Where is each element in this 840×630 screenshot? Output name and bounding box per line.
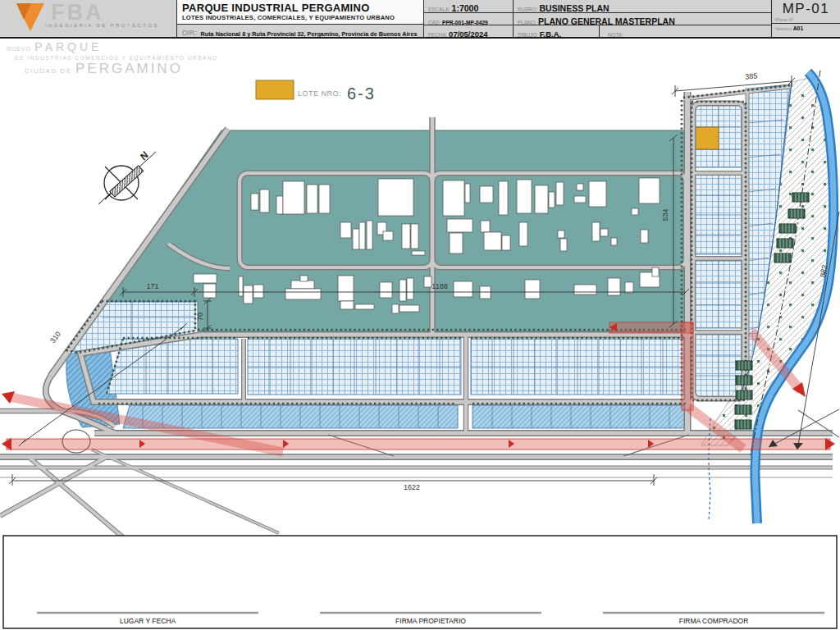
plano-label: PLANO:: [518, 20, 536, 25]
lot-legend: LOTE NRO: 6-3: [256, 80, 376, 103]
dibujo-value: F.B.A.: [540, 30, 561, 39]
rubro-value: BUSINESS PLAN: [540, 3, 609, 13]
version-label: Version: [775, 26, 792, 31]
north-label: N: [138, 149, 152, 162]
escala-value: 1:7000: [452, 3, 479, 13]
meta-fields-cell: ESCALA:1:7000 CAD:PPR-001-MP-0429 FECHA:…: [423, 0, 513, 39]
north-arrow-icon: N: [98, 149, 156, 204]
company-tagline: INGENIERIA DE PROYECTOS: [45, 23, 159, 28]
company-logo-cell: FBA INGENIERIA DE PROYECTOS: [0, 0, 176, 39]
watermark-pergamino: PERGAMINO: [75, 61, 183, 76]
dim-310: 310: [48, 330, 62, 345]
rubro-label: RUBRO:: [518, 7, 538, 12]
watermark: NUEVO PARQUE DE INDUSTRIAS COMERCIOS Y E…: [7, 39, 218, 77]
dim-534: 534: [661, 208, 669, 221]
escala-label: ESCALA:: [428, 7, 450, 12]
project-title: PARQUE INDUSTRIAL PERGAMINO: [177, 0, 423, 14]
sheet-code: MP-01: [772, 0, 840, 17]
watermark-parque: PARQUE: [34, 40, 102, 53]
signature-firma-comprador: FIRMA COMPRADOR: [679, 617, 749, 625]
title-block: FBA INGENIERIA DE PROYECTOS PARQUE INDUS…: [0, 0, 840, 39]
legend-label: LOTE NRO:: [298, 89, 341, 98]
dir-label: DIR:: [182, 29, 197, 37]
dim-1622: 1622: [404, 483, 420, 491]
signature-block: LUGAR Y FECHA FIRMA PROPIETARIO FIRMA CO…: [3, 536, 837, 628]
cad-label: CAD:: [428, 20, 441, 25]
plano-n-label: Plano N°: [772, 17, 840, 22]
signature-firma-propietario: FIRMA PROPIETARIO: [395, 617, 466, 625]
project-title-cell: PARQUE INDUSTRIAL PERGAMINO LOTES INDUST…: [176, 0, 423, 39]
nota-label: NOTA:: [608, 32, 623, 38]
dibujo-label: DIBUJO:: [518, 32, 538, 38]
legend-lot-number: 6-3: [347, 84, 376, 103]
watermark-line2: DE INDUSTRIAS COMERCIOS Y EQUIPAMIENTO U…: [15, 55, 218, 61]
dim-171: 171: [146, 282, 158, 290]
company-name-ghost: FBA: [51, 0, 104, 25]
highlighted-lot-6-3[interactable]: [695, 127, 719, 149]
plan-fields-cell: RUBRO:BUSINESS PLAN PLANO:PLANO GENERAL …: [513, 0, 771, 39]
sheet-number-cell: MP-01 Plano N° Version A01: [771, 0, 840, 39]
watermark-nuevo: NUEVO: [7, 46, 31, 52]
fecha-label: FECHA:: [428, 32, 447, 38]
dim-1188: 1188: [431, 282, 447, 290]
cad-value: PPR-001-MP-0429: [442, 20, 488, 25]
plano-value: PLANO GENERAL MASTERPLAN: [538, 16, 675, 26]
site-plan: 171 1188 70 385 534 882 310 1622 N LOTE …: [0, 0, 840, 630]
masterplan-sheet: 171 1188 70 385 534 882 310 1622 N LOTE …: [0, 0, 840, 630]
dim-385: 385: [745, 71, 758, 80]
dim-70: 70: [196, 313, 204, 321]
signature-lugar-fecha: LUGAR Y FECHA: [120, 617, 176, 625]
dir-value: Ruta Nacional 8 y Ruta Provincial 32, Pe…: [200, 30, 417, 38]
version-value: A01: [793, 25, 803, 31]
legend-swatch: [256, 80, 294, 99]
project-subtitle: LOTES INDUSTRIALES, COMERCIALES, Y EQUIP…: [177, 14, 423, 21]
watermark-ciudad-de: CIUDAD DE: [25, 67, 72, 75]
fecha-value: 07/05/2024: [449, 30, 488, 39]
fba-triangle-logo-icon: [16, 3, 44, 31]
